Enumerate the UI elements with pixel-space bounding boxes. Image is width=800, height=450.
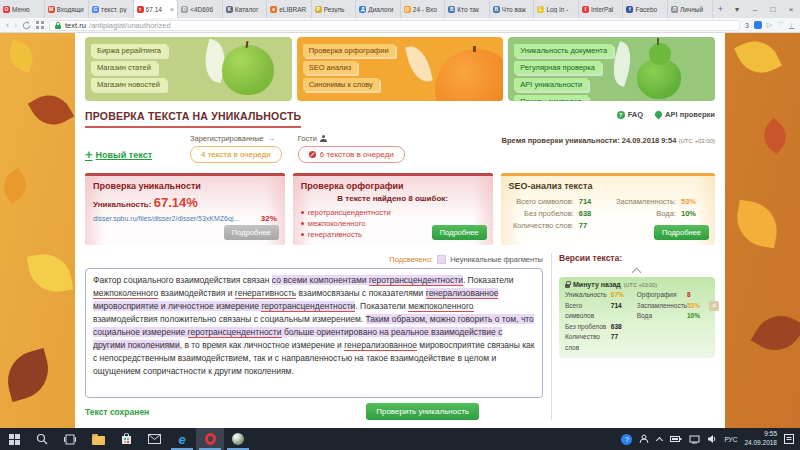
sidebar-icon[interactable]: ▷: [767, 21, 772, 29]
banner-link[interactable]: Регулярная проверка: [514, 61, 601, 74]
clock[interactable]: 9:5524.09.2018: [744, 430, 777, 448]
tab-favicon-icon: Р: [315, 6, 322, 13]
banner-link[interactable]: API уникальности: [514, 78, 588, 91]
seo-stats-left: Всего символов:714Без пробелов:638Количе…: [509, 196, 605, 232]
text-editor[interactable]: Фактор социального взаимодействия связан…: [85, 268, 543, 398]
leaf-decoration: [0, 168, 33, 204]
speed-dial-icon[interactable]: [36, 21, 44, 29]
download-icon[interactable]: ↓: [789, 21, 795, 29]
language-indicator[interactable]: РУС: [724, 436, 737, 443]
notification-icon[interactable]: [784, 434, 794, 444]
browser-tab[interactable]: M Входящи: [45, 0, 90, 18]
help-icon[interactable]: [621, 434, 632, 445]
collapse-arrow-icon[interactable]: [632, 268, 642, 274]
banner-link[interactable]: Проверка орфографии: [303, 44, 395, 57]
uniqueness-details-button[interactable]: Подробнее: [224, 225, 279, 240]
tab-menu-icon[interactable]: [728, 5, 746, 14]
tab-favicon-icon: Л: [671, 6, 678, 13]
banner-link[interactable]: Магазин новостей: [91, 78, 166, 91]
spelling-details-button[interactable]: Подробнее: [432, 225, 487, 240]
app-button[interactable]: [224, 428, 252, 450]
browser-tab[interactable]: В Что важ: [490, 0, 535, 18]
browser-tab[interactable]: f Facebo: [623, 0, 668, 18]
new-tab-button[interactable]: +: [713, 0, 728, 18]
spelling-error: геротрансцендентности: [301, 207, 485, 218]
reload-icon[interactable]: [22, 21, 31, 30]
start-button[interactable]: [0, 428, 28, 450]
leaf-decoration: [27, 250, 73, 296]
banner-link[interactable]: Биржа рерайтинга: [91, 44, 167, 57]
api-link[interactable]: API проверки: [655, 110, 715, 119]
banner-link[interactable]: SEO анализ: [303, 61, 357, 74]
version-stat: Уникальность67%: [565, 290, 633, 301]
battery-icon[interactable]: [670, 435, 682, 443]
faq-link[interactable]: ?FAQ: [617, 110, 643, 119]
check-uniqueness-button[interactable]: Проверить уникальность: [366, 403, 479, 420]
maximize-button[interactable]: [764, 5, 782, 14]
close-button[interactable]: [782, 5, 800, 14]
store-button[interactable]: [112, 428, 140, 450]
browser-tab[interactable]: e eLIBRAR: [267, 0, 312, 18]
tab-favicon-icon: @: [404, 6, 411, 13]
top-banner: Биржа рерайтингаМагазин статейМагазин но…: [85, 37, 715, 101]
tab-close-icon[interactable]: ×: [170, 6, 174, 13]
windows-taskbar: e РУС 9:5524.09.2018: [0, 428, 800, 450]
browser-tab[interactable]: т 67.14 ×: [134, 0, 179, 18]
seo-stat: Без пробелов:638: [509, 208, 605, 220]
page-title: ПРОВЕРКА ТЕКСТА НА УНИКАЛЬНОСТЬ: [85, 110, 301, 128]
bullet-icon: [301, 222, 304, 225]
new-text-link[interactable]: +Новый текст: [85, 148, 190, 161]
leaf-decoration: [28, 87, 74, 133]
bullet-icon: [301, 211, 304, 214]
banner-section-tools: Проверка орфографииSEO анализСинонимы к …: [297, 37, 504, 101]
address-bar: ‹ › text.ru/antiplagiat/unauthorized 3 ▷…: [0, 18, 800, 33]
browser-tab[interactable]: Л Личный: [668, 0, 713, 18]
banner-link[interactable]: Синонимы к слову: [303, 78, 379, 91]
people-icon[interactable]: [639, 434, 649, 444]
tab-favicon-icon: Д: [359, 6, 366, 13]
version-delete-icon[interactable]: [709, 301, 719, 311]
source-link[interactable]: disser.spbu.ru/files/disser2/disser/53xK…: [93, 215, 239, 222]
browser-tab[interactable]: O Меню: [0, 0, 45, 18]
banner-link[interactable]: Магазин статей: [91, 61, 157, 74]
extension-badge-icon[interactable]: [754, 21, 762, 29]
swirl-decoration: [406, 43, 433, 84]
version-card[interactable]: Минуту назад(UTC +03:00) Уникальность67%…: [559, 277, 715, 358]
edge-button[interactable]: e: [168, 428, 196, 450]
browser-tab[interactable]: Д Диалоги: [356, 0, 401, 18]
network-icon[interactable]: [689, 435, 700, 444]
volume-icon[interactable]: [707, 434, 717, 444]
browser-tab[interactable]: К Каталог: [223, 0, 268, 18]
file-explorer-button[interactable]: [84, 428, 112, 450]
tab-favicon-icon: L: [537, 6, 544, 13]
minimize-button[interactable]: [746, 5, 764, 14]
banner-link[interactable]: Уникальность документа: [514, 44, 613, 57]
seo-details-button[interactable]: Подробнее: [654, 225, 709, 240]
back-icon[interactable]: ‹: [6, 21, 9, 30]
heart-icon[interactable]: ♡: [777, 21, 783, 29]
forward-icon[interactable]: ›: [14, 21, 17, 30]
task-view-button[interactable]: [56, 428, 84, 450]
seo-panel: SEO-анализ текста Всего символов:714Без …: [501, 173, 715, 245]
browser-tab[interactable]: @ 24 - Вхо: [401, 0, 446, 18]
mail-button[interactable]: [140, 428, 168, 450]
orange-icon: [435, 49, 503, 101]
lock-icon: [565, 284, 570, 288]
leaf-decoration: [4, 39, 37, 72]
browser-tab[interactable]: D <4D696: [178, 0, 223, 18]
pin-icon: [654, 110, 664, 120]
question-icon: ?: [617, 111, 625, 119]
tray-expand-icon[interactable]: [656, 437, 663, 442]
seo-stat: Всего символов:714: [509, 196, 605, 208]
opera-button[interactable]: [196, 428, 224, 450]
tab-favicon-icon: I: [582, 6, 589, 13]
browser-tab[interactable]: L Log In -: [534, 0, 579, 18]
browser-tab[interactable]: В Кто так: [445, 0, 490, 18]
url-field[interactable]: text.ru/antiplagiat/unauthorized: [49, 20, 740, 31]
browser-tab[interactable]: I InterPal: [579, 0, 624, 18]
search-button[interactable]: [28, 428, 56, 450]
banner-link[interactable]: Пакеты символов: [514, 95, 587, 101]
browser-tab[interactable]: G текст. ру: [89, 0, 134, 18]
browser-tab[interactable]: Р Резуль: [312, 0, 357, 18]
tab-favicon-icon: G: [92, 6, 99, 13]
